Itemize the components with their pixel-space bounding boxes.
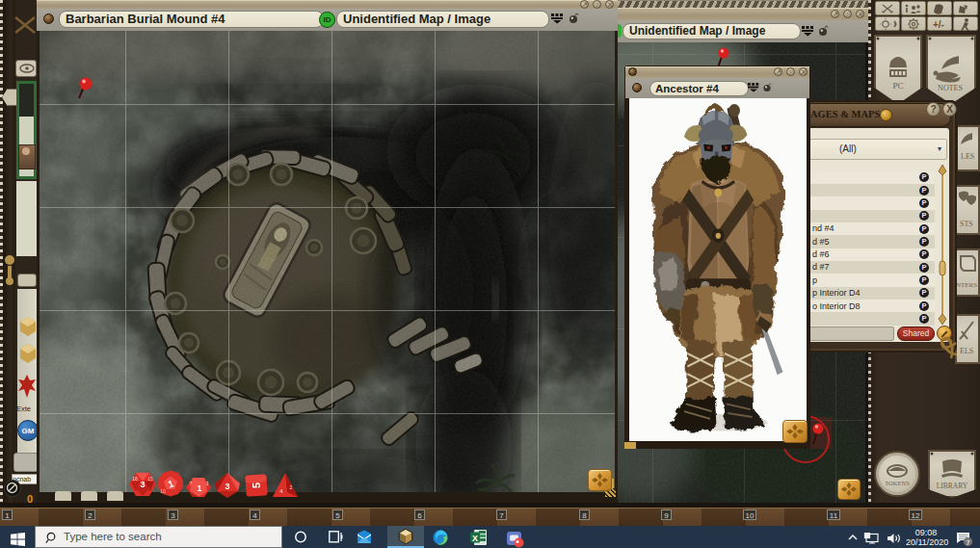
svg-text:?: ? [845,12,849,18]
svg-text:2: 2 [290,484,293,490]
svg-text:10: 10 [160,488,166,494]
svg-text:PC: PC [892,81,903,91]
svg-text:16: 16 [132,476,138,482]
svg-text:5: 5 [251,483,262,488]
svg-text:7: 7 [966,538,969,547]
svg-text:15: 15 [147,476,153,482]
svg-text:3: 3 [140,480,145,489]
svg-text:LIBRARY: LIBRARY [937,482,968,490]
svg-text:3: 3 [225,482,229,491]
svg-text:?: ? [788,69,792,76]
svg-text:1: 1 [197,483,201,493]
svg-text:+/-: +/- [933,19,944,30]
svg-text:TOKENS: TOKENS [885,480,910,486]
svg-text:NOTES: NOTES [938,84,963,92]
svg-text:X: X [472,534,478,543]
svg-text:?: ? [595,2,598,9]
